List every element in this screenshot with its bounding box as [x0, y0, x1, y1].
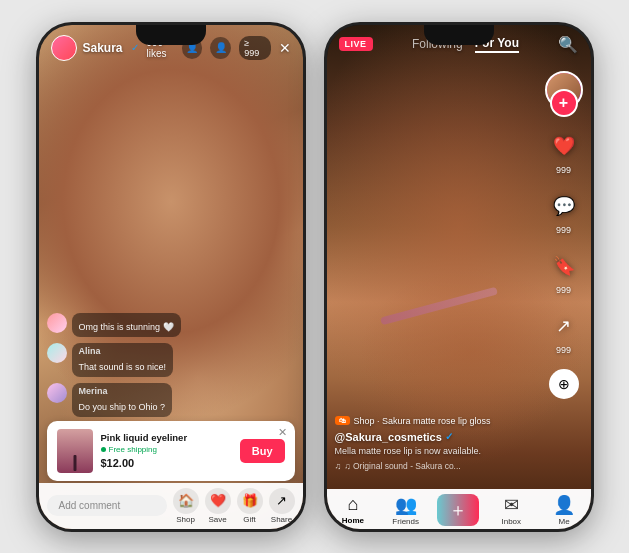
bottom-bar-left: Add comment 🏠 Shop ❤️ Save 🎁 Gift ↗ Shar… — [39, 483, 303, 529]
friends-icon: 👥 — [395, 494, 417, 516]
product-card: ✕ Pink liquid eyeliner Free shipping $12… — [47, 421, 295, 481]
product-price: $12.00 — [101, 457, 232, 469]
create-plus-button[interactable]: ＋ — [437, 494, 479, 526]
creator-name: @Sakura_cosmetics ✓ — [335, 431, 541, 443]
comment-item-1: Omg this is stunning 🤍 — [47, 313, 295, 337]
scene: Sakura ✓ 999 likes 👤 👤 ≥ 999 ✕ Omg this … — [0, 0, 629, 553]
friends-label: Friends — [392, 517, 419, 526]
nav-friends[interactable]: 👥 Friends — [379, 494, 432, 526]
comment-input[interactable]: Add comment — [47, 495, 167, 516]
share-icon-right: ↗ — [547, 309, 581, 343]
comment-avatar-2 — [47, 343, 67, 363]
product-info: Pink liquid eyeliner Free shipping $12.0… — [101, 432, 232, 469]
comment-bubble-2: Alina That sound is so nice! — [72, 343, 174, 377]
shop-label: Shop — [176, 515, 195, 524]
notch-left — [136, 25, 206, 45]
shipping-dot — [101, 447, 106, 452]
notch-right — [424, 25, 494, 45]
home-label: Home — [342, 516, 364, 525]
verified-left: ✓ — [131, 42, 139, 53]
share-icon-left: ↗ — [269, 488, 295, 514]
nav-inbox[interactable]: ✉ Inbox — [485, 494, 538, 526]
phone-left: Sakura ✓ 999 likes 👤 👤 ≥ 999 ✕ Omg this … — [36, 22, 306, 532]
shop-icon-tag: 🛍 — [335, 416, 350, 425]
bottom-info-right: 🛍 Shop · Sakura matte rose lip gloss @Sa… — [335, 416, 541, 471]
nav-me[interactable]: 👤 Me — [538, 494, 591, 526]
inbox-label: Inbox — [502, 517, 522, 526]
comment-icon: 💬 — [547, 189, 581, 223]
gift-icon: 🎁 — [237, 488, 263, 514]
gift-label: Gift — [243, 515, 255, 524]
bookmark-action[interactable]: 🔖 999 — [547, 249, 581, 295]
shop-tag-right: 🛍 Shop · Sakura matte rose lip gloss — [335, 416, 541, 426]
shop-action[interactable]: 🏠 Shop — [173, 488, 199, 524]
comment-avatar-1 — [47, 313, 67, 333]
search-icon-right[interactable]: 🔍 — [558, 35, 578, 54]
buy-button[interactable]: Buy — [240, 439, 285, 463]
like-action[interactable]: ❤️ 999 — [547, 129, 581, 175]
tiktok-logo-action: ⊕ — [549, 369, 579, 399]
comment-text-3: Do you ship to Ohio ? — [79, 402, 166, 412]
like-count: 999 — [556, 165, 571, 175]
comment-text-2: That sound is so nice! — [79, 362, 167, 372]
product-name: Pink liquid eyeliner — [101, 432, 232, 443]
comment-placeholder: Add comment — [59, 500, 121, 511]
share-count: 999 — [556, 345, 571, 355]
home-icon: ⌂ — [347, 494, 358, 515]
creator-handle: @Sakura_cosmetics — [335, 431, 442, 443]
share-action-right[interactable]: ↗ 999 — [547, 309, 581, 355]
sound-text: ♫ Original sound - Sakura co... — [344, 461, 460, 471]
close-button-left[interactable]: ✕ — [279, 40, 291, 56]
nav-home[interactable]: ⌂ Home — [327, 494, 380, 525]
comment-bubble-3: Merina Do you ship to Ohio ? — [72, 383, 173, 417]
avatar-left — [51, 35, 77, 61]
shipping-text: Free shipping — [109, 445, 157, 454]
comment-item-2: Alina That sound is so nice! — [47, 343, 295, 377]
save-label: Save — [208, 515, 226, 524]
save-action[interactable]: ❤️ Save — [205, 488, 231, 524]
share-label-left: Share — [271, 515, 292, 524]
save-icon: ❤️ — [205, 488, 231, 514]
nav-create[interactable]: ＋ — [432, 494, 485, 526]
comment-text-1: Omg this is stunning 🤍 — [79, 322, 174, 332]
comment-action[interactable]: 💬 999 — [547, 189, 581, 235]
gift-action[interactable]: 🎁 Gift — [237, 488, 263, 524]
bookmark-icon: 🔖 — [547, 249, 581, 283]
product-image — [57, 429, 93, 473]
viewer-count: ≥ 999 — [239, 36, 270, 60]
music-note-icon: ♫ — [335, 461, 342, 471]
comment-avatar-3 — [47, 383, 67, 403]
share-action-left[interactable]: ↗ Share — [269, 488, 295, 524]
comment-user-3: Merina — [79, 386, 166, 396]
username-left: Sakura — [83, 41, 123, 55]
heart-icon: ❤️ — [547, 129, 581, 163]
inbox-icon: ✉ — [504, 494, 519, 516]
video-description: Mella matte rose lip is now available. — [335, 445, 541, 458]
creator-avatar-container: + — [545, 71, 583, 109]
tiktok-disc: ⊕ — [549, 369, 579, 399]
comment-bubble-1: Omg this is stunning 🤍 — [72, 313, 181, 337]
shop-tag-text: Shop · Sakura matte rose lip gloss — [354, 416, 491, 426]
comment-user-2: Alina — [79, 346, 167, 356]
me-label: Me — [559, 517, 570, 526]
creator-verified: ✓ — [445, 431, 453, 442]
shop-icon: 🏠 — [173, 488, 199, 514]
phone-right: LIVE Following For You 🔍 + ❤️ 999 💬 — [324, 22, 594, 532]
sound-info: ♫ ♫ Original sound - Sakura co... — [335, 461, 541, 471]
bottom-nav-right: ⌂ Home 👥 Friends ＋ ✉ Inbox 👤 Me — [327, 489, 591, 529]
right-actions: + ❤️ 999 💬 999 🔖 999 ↗ 999 ⊕ — [545, 71, 583, 399]
me-icon: 👤 — [553, 494, 575, 516]
comment-count: 999 — [556, 225, 571, 235]
follow-button[interactable]: + — [550, 89, 578, 117]
product-close-button[interactable]: ✕ — [278, 426, 287, 439]
live-badge: LIVE — [339, 37, 373, 51]
bookmark-count: 999 — [556, 285, 571, 295]
free-shipping-tag: Free shipping — [101, 445, 232, 454]
comment-item-3: Merina Do you ship to Ohio ? — [47, 383, 295, 417]
plus-icon: ＋ — [449, 498, 467, 522]
people-icon-2: 👤 — [210, 37, 231, 59]
